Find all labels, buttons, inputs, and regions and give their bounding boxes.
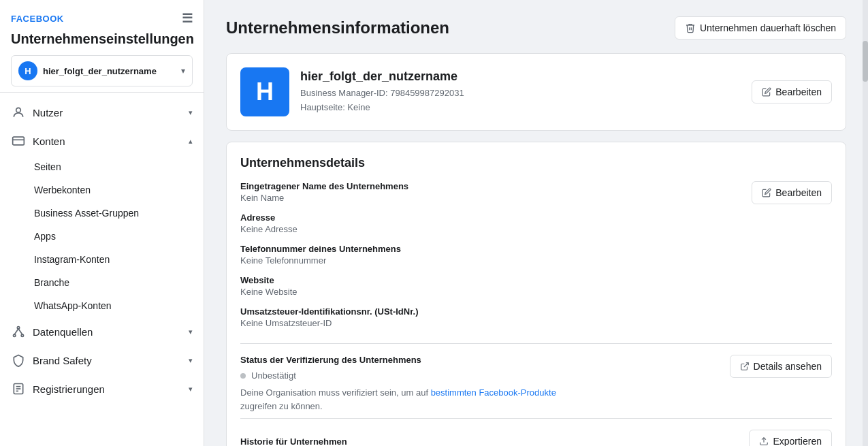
sidebar-item-konten-label: Konten	[33, 136, 182, 147]
sidebar-sub-item-business-asset-gruppen[interactable]: Business Asset-Gruppen	[0, 202, 204, 225]
verification-msg-before: Deine Organisation muss verifiziert sein…	[240, 387, 431, 398]
sidebar: FACEBOOK ☰ Unternehmenseinstellungen H h…	[0, 0, 204, 446]
profile-edit-label: Bearbeiten	[775, 86, 822, 97]
konten-sub-items: Seiten Werbekonten Business Asset-Gruppe…	[0, 155, 204, 317]
konten-icon	[11, 133, 26, 148]
detail-label-address: Adresse	[240, 212, 752, 223]
details-card: Unternehmensdetails Eingetragener Name d…	[226, 142, 846, 446]
verification-message: Deine Organisation muss verifiziert sein…	[240, 386, 581, 413]
sidebar-sub-item-instagram-konten[interactable]: Instagram-Konten	[0, 248, 204, 271]
nav-section: Nutzer ▾ Konten ▴ Seiten Werbekonten Bus…	[0, 93, 204, 409]
account-avatar: H	[18, 61, 37, 80]
detail-fields: Eingetragener Name des Unternehmens Kein…	[240, 181, 752, 338]
sidebar-item-brand-safety[interactable]: Brand Safety ▾	[0, 346, 204, 375]
detail-label-name: Eingetragener Name des Unternehmens	[240, 181, 752, 191]
sidebar-item-datenquellen[interactable]: Datenquellen ▾	[0, 317, 204, 346]
detail-section: Eingetragener Name des Unternehmens Kein…	[240, 181, 832, 338]
svg-point-4	[14, 334, 16, 336]
profile-edit-button[interactable]: Bearbeiten	[752, 80, 832, 103]
user-icon	[11, 105, 26, 120]
detail-field-phone: Telefonnummer deines Unternehmens Keine …	[240, 244, 752, 266]
status-dot-icon	[240, 373, 246, 379]
verification-details-label: Details ansehen	[754, 361, 822, 372]
history-section: Historie für Unternehmen Exportieren	[240, 418, 832, 446]
profile-info: hier_folgt_der_nutzername Business Manag…	[300, 69, 464, 115]
detail-value-vat: Keine Umsatzsteuer-ID	[240, 318, 752, 328]
scroll-thumb[interactable]	[863, 41, 868, 82]
sidebar-sub-item-whatsapp-konten[interactable]: WhatsApp-Konten	[0, 294, 204, 317]
detail-label-vat: Umsatzsteuer-Identifikationsnr. (USt-IdN…	[240, 306, 752, 317]
facebook-logo: FACEBOOK ☰	[11, 11, 193, 26]
sidebar-item-brand-safety-label: Brand Safety	[33, 355, 182, 366]
sidebar-sub-item-werbekonten[interactable]: Werbekonten	[0, 178, 204, 202]
detail-value-phone: Keine Telefonnummer	[240, 255, 752, 266]
detail-value-address: Keine Adresse	[240, 224, 752, 234]
shield-icon	[11, 353, 26, 368]
account-switcher[interactable]: H hier_folgt_der_nutzername ▾	[11, 55, 193, 86]
export-button[interactable]: Exportieren	[749, 430, 832, 446]
page-header: Unternehmensinformationen Unternehmen da…	[226, 16, 846, 39]
sidebar-item-nutzer-label: Nutzer	[33, 107, 182, 118]
profile-card-inner: H hier_folgt_der_nutzername Business Man…	[240, 67, 832, 116]
sidebar-item-nutzer[interactable]: Nutzer ▾	[0, 98, 204, 127]
verification-label: Status der Verifizierung des Unternehmen…	[240, 355, 581, 365]
sidebar-item-datenquellen-label: Datenquellen	[33, 326, 182, 338]
pencil-details-icon	[762, 188, 771, 197]
chevron-right-icon: ▾	[189, 108, 193, 117]
details-edit-button[interactable]: Bearbeiten	[752, 181, 832, 204]
export-label: Exportieren	[773, 436, 822, 446]
svg-line-7	[18, 329, 22, 334]
hamburger-icon[interactable]: ☰	[182, 11, 193, 26]
profile-name: hier_folgt_der_nutzername	[300, 69, 464, 84]
profile-hauptseite: Hauptseite: Keine	[300, 101, 464, 115]
profile-business-id: Business Manager-ID: 798459987292031	[300, 86, 464, 101]
svg-point-3	[17, 327, 19, 329]
company-title: Unternehmenseinstellungen	[11, 31, 193, 47]
chevron-down-registrierungen-icon: ▾	[189, 385, 193, 394]
verification-status-text: Unbestätigt	[251, 370, 296, 381]
page-title: Unternehmensinformationen	[226, 18, 449, 37]
detail-field-name: Eingetragener Name des Unternehmens Kein…	[240, 181, 752, 203]
verification-link[interactable]: bestimmten Facebook-Produkte	[431, 387, 556, 398]
sidebar-sub-item-seiten[interactable]: Seiten	[0, 155, 204, 178]
svg-point-0	[16, 108, 21, 112]
verification-info: Status der Verifizierung des Unternehmen…	[240, 355, 581, 413]
svg-point-5	[21, 334, 23, 336]
verification-section: Status der Verifizierung des Unternehmen…	[240, 343, 832, 413]
details-edit-button-wrapper: Bearbeiten	[752, 181, 832, 204]
svg-line-12	[743, 363, 748, 367]
svg-rect-1	[13, 137, 25, 145]
svg-line-6	[14, 329, 18, 334]
detail-field-address: Adresse Keine Adresse	[240, 212, 752, 234]
pencil-icon	[762, 87, 771, 97]
sidebar-header: FACEBOOK ☰ Unternehmenseinstellungen H h…	[0, 0, 204, 93]
trash-icon	[685, 22, 696, 33]
main-content: Unternehmensinformationen Unternehmen da…	[204, 0, 868, 446]
sidebar-sub-item-branche[interactable]: Branche	[0, 271, 204, 294]
detail-field-vat: Umsatzsteuer-Identifikationsnr. (USt-IdN…	[240, 306, 752, 328]
chevron-down-brand-safety-icon: ▾	[189, 356, 193, 365]
chevron-up-icon: ▴	[189, 137, 193, 146]
sidebar-item-konten[interactable]: Konten ▴	[0, 127, 204, 155]
history-label: Historie für Unternehmen	[240, 436, 347, 447]
detail-field-website: Website Keine Website	[240, 275, 752, 297]
detail-value-website: Keine Website	[240, 287, 752, 297]
profile-left: H hier_folgt_der_nutzername Business Man…	[240, 67, 464, 116]
datenquellen-icon	[11, 324, 26, 339]
sidebar-sub-item-apps[interactable]: Apps	[0, 225, 204, 248]
verification-status: Unbestätigt	[240, 370, 581, 381]
sidebar-item-registrierungen[interactable]: Registrierungen ▾	[0, 375, 204, 403]
detail-value-name: Kein Name	[240, 193, 752, 203]
chevron-down-icon: ▾	[181, 66, 185, 76]
verification-details-button[interactable]: Details ansehen	[730, 355, 832, 378]
external-link-icon	[740, 362, 750, 371]
detail-label-website: Website	[240, 275, 752, 285]
profile-card: H hier_folgt_der_nutzername Business Man…	[226, 53, 846, 131]
scrollbar[interactable]	[863, 0, 868, 446]
export-icon	[759, 436, 769, 446]
account-name: hier_folgt_der_nutzername	[43, 66, 176, 76]
detail-label-phone: Telefonnummer deines Unternehmens	[240, 244, 752, 254]
delete-company-button[interactable]: Unternehmen dauerhaft löschen	[675, 16, 846, 39]
registrierungen-icon	[11, 381, 26, 396]
delete-company-label: Unternehmen dauerhaft löschen	[700, 22, 836, 33]
